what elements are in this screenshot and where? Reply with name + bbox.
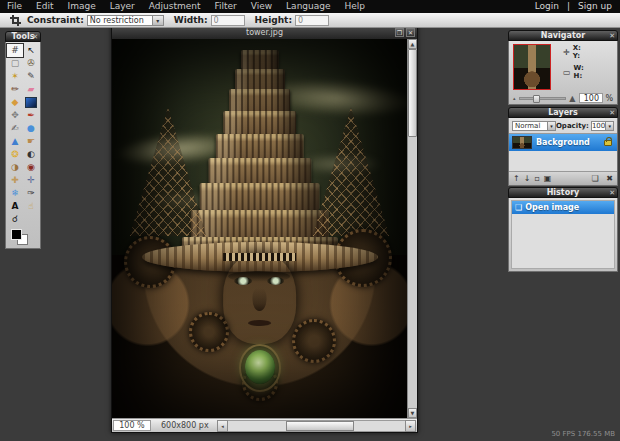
wand-tool[interactable]: ✶ — [7, 70, 23, 83]
height-input[interactable] — [295, 15, 329, 26]
zoom-in-icon[interactable]: ▲ — [569, 94, 575, 103]
tool-options-bar: Constraint: No restriction ▾ Width: Heig… — [0, 13, 620, 28]
pinch-tool[interactable]: ❄ — [7, 187, 23, 200]
zoom-slider-thumb[interactable] — [533, 95, 540, 103]
clone-stamp-tool[interactable]: ✥ — [7, 109, 23, 122]
canvas-image[interactable] — [112, 39, 407, 418]
tools-panel-close-icon[interactable]: ✕ — [32, 32, 38, 42]
document-window: tower.jpg ❐ ✕ — [111, 25, 418, 433]
menu-item-language[interactable]: Language — [279, 0, 337, 13]
zoom-tool[interactable]: ☌ — [7, 213, 23, 226]
constraint-dropdown-arrow-icon[interactable]: ▾ — [153, 15, 164, 26]
scroll-right-icon[interactable]: ▸ — [405, 420, 416, 432]
pencil-tool[interactable]: ✎ — [23, 70, 39, 83]
red-eye-tool[interactable]: ◉ — [23, 161, 39, 174]
crop-tool[interactable]: # — [7, 44, 23, 57]
bucket-tool[interactable]: ◆ — [7, 96, 23, 109]
width-label: Width: — [174, 15, 208, 25]
blend-mode-select[interactable]: Normal — [512, 121, 548, 131]
history-entry-open-image[interactable]: ❏ Open image — [512, 201, 614, 214]
sponge-tool[interactable]: ❂ — [7, 148, 23, 161]
add-mask-button[interactable]: ▫ — [534, 174, 539, 183]
history-titlebar[interactable]: History ✕ — [508, 187, 618, 198]
opacity-value[interactable]: 100 — [591, 121, 606, 131]
burn-tool[interactable]: ◑ — [7, 161, 23, 174]
hand-tool[interactable]: ☝ — [23, 200, 39, 213]
drawing-tool[interactable]: ✍ — [7, 122, 23, 135]
menu-item-adjustment[interactable]: Adjustment — [142, 0, 208, 13]
scroll-left-icon[interactable]: ◂ — [217, 420, 228, 432]
smudge-tool[interactable]: ☛ — [23, 135, 39, 148]
zoom-level-box[interactable]: 100 % — [113, 420, 151, 431]
navigator-zoom-slider[interactable] — [519, 97, 567, 100]
w-label: W: — [574, 64, 584, 72]
opacity-label: Opacity: — [556, 122, 589, 130]
move-tool[interactable]: ↖ — [23, 44, 39, 57]
menu-item-help[interactable]: Help — [338, 0, 373, 13]
document-title: tower.jpg — [246, 28, 283, 37]
navigator-panel: Navigator ✕ ✛ X: Y: ▭ — [508, 30, 618, 105]
gradient-tool[interactable] — [25, 97, 37, 108]
layer-styles-button[interactable]: ▣ — [544, 174, 552, 183]
spot-heal-tool[interactable]: ✚ — [7, 174, 23, 187]
brush-tool[interactable]: ✏ — [7, 83, 23, 96]
horizontal-scrollbar[interactable]: ◂ ▸ — [217, 420, 416, 432]
window-restore-icon[interactable]: ❐ — [395, 28, 404, 37]
vertical-scrollbar[interactable]: ▲ ▼ — [407, 39, 417, 418]
bloat-tool[interactable]: ✛ — [23, 174, 39, 187]
horizontal-scroll-thumb[interactable] — [286, 421, 353, 431]
foreground-color-swatch[interactable] — [11, 229, 22, 240]
color-replace-tool[interactable]: ✒ — [23, 109, 39, 122]
image-dimensions: 600x800 px — [151, 421, 217, 430]
scroll-down-icon[interactable]: ▼ — [408, 408, 417, 418]
menu-item-file[interactable]: File — [0, 0, 29, 13]
history-close-icon[interactable]: ✕ — [609, 188, 615, 198]
layer-list: Background — [509, 133, 617, 172]
scroll-up-icon[interactable]: ▲ — [408, 39, 417, 49]
layer-name: Background — [532, 138, 604, 147]
menu-item-image[interactable]: Image — [61, 0, 103, 13]
navigator-titlebar[interactable]: Navigator ✕ — [508, 30, 618, 41]
sharpen-tool[interactable]: ▲ — [7, 135, 23, 148]
blur-tool[interactable]: ● — [23, 122, 39, 135]
colorpicker-tool[interactable]: ✑ — [23, 187, 39, 200]
blend-mode-arrow-icon[interactable]: ▾ — [548, 121, 556, 131]
menu-item-layer[interactable]: Layer — [103, 0, 142, 13]
signup-link[interactable]: Sign up — [574, 0, 616, 13]
tools-panel-titlebar[interactable]: Tools ✕ — [5, 31, 41, 42]
menu-item-edit[interactable]: Edit — [29, 0, 60, 13]
zoom-out-icon[interactable]: ▴ — [513, 95, 516, 101]
layer-row-background[interactable]: Background — [509, 134, 617, 151]
navigator-close-icon[interactable]: ✕ — [609, 31, 615, 41]
navigator-zoom-value[interactable]: 100 — [579, 93, 603, 103]
type-tool[interactable]: A — [7, 200, 23, 213]
h-label: H: — [574, 72, 584, 80]
dodge-tool[interactable]: ◐ — [23, 148, 39, 161]
lasso-tool[interactable]: ✇ — [23, 57, 39, 70]
opacity-arrow-icon[interactable]: ▾ — [606, 121, 614, 131]
size-icon: ▭ — [563, 68, 571, 77]
layer-thumbnail — [512, 136, 532, 149]
navigator-thumbnail[interactable] — [513, 44, 551, 90]
eraser-tool[interactable]: ▰ — [23, 83, 39, 96]
move-layer-down-button[interactable]: ↓ — [524, 174, 531, 183]
marquee-tool[interactable]: ▢ — [7, 57, 23, 70]
layers-close-icon[interactable]: ✕ — [609, 108, 615, 118]
window-close-icon[interactable]: ✕ — [406, 28, 415, 37]
constraint-label: Constraint: — [27, 15, 84, 25]
login-link[interactable]: Login — [531, 0, 563, 13]
layers-footer: ↑ ↓ ▫ ▣ ❏ ✖ — [509, 172, 617, 185]
auth-separator: | — [563, 0, 574, 13]
width-input[interactable] — [211, 15, 245, 26]
vertical-scroll-thumb[interactable] — [408, 49, 417, 137]
menu-item-view[interactable]: View — [244, 0, 279, 13]
constraint-select[interactable]: No restriction — [87, 15, 153, 26]
height-label: Height: — [255, 15, 292, 25]
layers-titlebar[interactable]: Layers ✕ — [508, 107, 618, 118]
position-icon: ✛ — [563, 48, 570, 57]
move-layer-up-button[interactable]: ↑ — [513, 174, 520, 183]
x-label: X: — [573, 44, 581, 52]
delete-layer-button[interactable]: ✖ — [606, 174, 613, 183]
new-layer-button[interactable]: ❏ — [592, 174, 599, 183]
menu-item-filter[interactable]: Filter — [207, 0, 243, 13]
